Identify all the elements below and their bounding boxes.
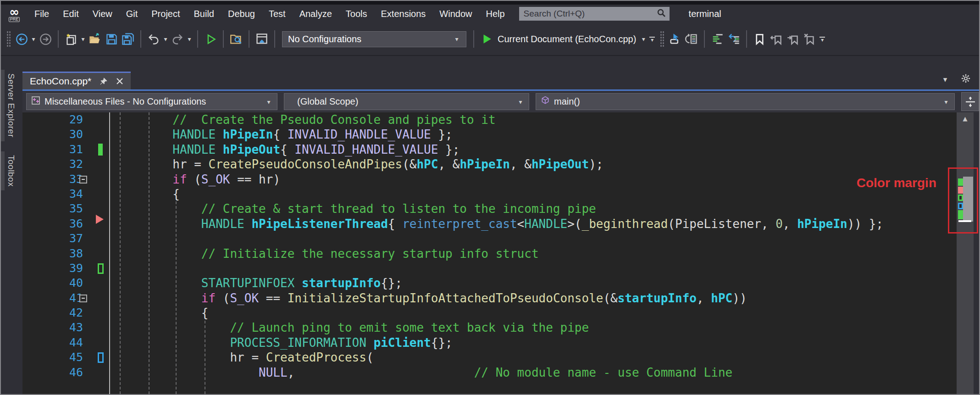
code-line-39[interactable]: 39 (22, 261, 957, 276)
code-line-43[interactable]: 43 // Launch ping to emit some text back… (22, 320, 957, 335)
undo-button[interactable] (145, 31, 162, 47)
vertical-scrollbar[interactable]: ▲ (957, 112, 974, 394)
menu-item-debug[interactable]: Debug (221, 5, 262, 23)
menu-item-help[interactable]: Help (479, 5, 511, 23)
start-debugging-button[interactable] (478, 31, 495, 47)
glyph-margin[interactable] (83, 142, 109, 157)
fold-collapse-box[interactable] (79, 295, 87, 302)
menu-item-test[interactable]: Test (262, 5, 293, 23)
redo-dropdown[interactable]: ▾ (186, 35, 193, 43)
menu-item-git[interactable]: Git (119, 5, 145, 23)
menu-item-project[interactable]: Project (144, 5, 187, 23)
new-item-dropdown[interactable]: ▾ (79, 35, 87, 43)
menu-item-file[interactable]: File (28, 5, 56, 23)
tool-tab-toolbox[interactable]: Toolbox (1, 151, 20, 190)
code-line-42[interactable]: 42 { (22, 306, 957, 320)
code-text: HANDLE hPipeOut{ INVALID_HANDLE_VALUE }; (109, 142, 460, 157)
menu-item-analyze[interactable]: Analyze (293, 5, 339, 23)
menu-item-edit[interactable]: Edit (56, 5, 85, 23)
menu-item-window[interactable]: Window (432, 5, 479, 23)
run-target-label[interactable]: Current Document (EchoCon.cpp) (498, 34, 636, 45)
run-target-dropdown[interactable]: ▾ (640, 35, 647, 43)
glyph-margin[interactable] (83, 246, 109, 261)
pin-icon[interactable] (100, 77, 108, 85)
glyph-margin[interactable] (83, 276, 109, 290)
redo-button[interactable] (169, 31, 186, 47)
glyph-margin[interactable] (83, 350, 109, 365)
glyph-margin[interactable] (83, 187, 109, 201)
code-line-38[interactable]: 38 // Initialize the necessary startup i… (22, 246, 957, 261)
member-dropdown-label: main() (554, 96, 938, 107)
split-editor-button[interactable] (961, 92, 979, 111)
glyph-margin[interactable] (83, 306, 109, 320)
undo-dropdown[interactable]: ▾ (162, 35, 169, 43)
glyph-margin[interactable] (83, 320, 109, 335)
start-without-debugging-button[interactable] (202, 31, 219, 47)
menu-item-tools[interactable]: Tools (339, 5, 374, 23)
navigate-back-button[interactable] (13, 31, 30, 47)
comment-selection-button[interactable] (709, 31, 725, 47)
scope-dropdown[interactable]: (Global Scope) ▾ (284, 93, 529, 110)
code-line-45[interactable]: 45 hr = CreatedProcess( (22, 350, 957, 365)
code-text: NULL, // No module name - use Command Li… (109, 365, 732, 380)
code-line-44[interactable]: 44 PROCESS_INFORMATION piClient{}; (22, 335, 957, 350)
code-line-30[interactable]: 30 HANDLE hPipeIn{ INVALID_HANDLE_VALUE … (22, 127, 957, 142)
member-dropdown[interactable]: main() ▾ (536, 93, 955, 110)
navigate-back-dropdown[interactable]: ▾ (30, 35, 37, 43)
glyph-margin[interactable] (83, 365, 109, 380)
open-file-button[interactable] (87, 31, 103, 47)
terminal-label[interactable]: terminal (689, 9, 721, 19)
tool-tab-server-explorer[interactable]: Server Explorer (1, 70, 20, 141)
code-line-41[interactable]: 41 if (S_OK == InitializeStartupInfoAtta… (22, 291, 957, 306)
fold-collapse-box[interactable] (79, 176, 87, 184)
scrollbar-up-arrow[interactable]: ▲ (957, 115, 974, 122)
member-list-button[interactable] (667, 31, 683, 47)
glyph-margin[interactable] (83, 335, 109, 350)
editor[interactable]: 29 // Create the Pseudo Console and pipe… (22, 112, 974, 394)
code-line-36[interactable]: 36 HANDLE hPipeListenerThread{ reinterpr… (22, 217, 957, 231)
toolbar-grip[interactable] (6, 31, 11, 47)
home-window-button[interactable] (254, 31, 270, 47)
glyph-margin[interactable] (83, 157, 109, 172)
save-button[interactable] (103, 31, 120, 47)
project-dropdown[interactable]: Miscellaneous Files - No Configurations … (26, 93, 277, 110)
close-icon[interactable] (116, 78, 123, 85)
toolbar-grip[interactable] (660, 31, 664, 47)
glyph-margin[interactable] (83, 112, 109, 127)
navigate-forward-button[interactable] (37, 31, 54, 47)
code-line-35[interactable]: 35 // Create & start thread to listen to… (22, 201, 957, 216)
new-item-button[interactable] (63, 31, 79, 47)
search-input[interactable] (523, 8, 657, 19)
menu-item-build[interactable]: Build (187, 5, 221, 23)
search-icon[interactable] (657, 8, 666, 20)
previous-bookmark-button[interactable] (768, 31, 784, 47)
code-line-40[interactable]: 40 STARTUPINFOEX startupInfo{}; (22, 276, 957, 290)
parameter-info-button[interactable] (683, 31, 700, 47)
toolbar-overflow-button[interactable]: ▾ (647, 37, 657, 42)
glyph-margin[interactable] (83, 261, 109, 276)
glyph-margin[interactable] (83, 217, 109, 231)
code-line-31[interactable]: 31 HANDLE hPipeOut{ INVALID_HANDLE_VALUE… (22, 142, 957, 157)
menu-item-extensions[interactable]: Extensions (374, 5, 432, 23)
glyph-margin[interactable] (83, 127, 109, 142)
menu-item-view[interactable]: View (86, 5, 119, 23)
code-line-46[interactable]: 46 NULL, // No module name - use Command… (22, 365, 957, 380)
code-line-29[interactable]: 29 // Create the Pseudo Console and pipe… (22, 112, 957, 127)
toggle-bookmark-button[interactable] (751, 31, 768, 47)
search-box[interactable] (519, 7, 670, 21)
code-line-37[interactable]: 37 (22, 231, 957, 246)
uncomment-selection-button[interactable] (725, 31, 742, 47)
save-all-button[interactable] (120, 31, 136, 47)
code-line-32[interactable]: 32 hr = CreatePseudoConsoleAndPipes(&hPC… (22, 157, 957, 172)
find-in-files-button[interactable] (228, 31, 244, 47)
code-text: PROCESS_INFORMATION piClient{}; (109, 335, 453, 350)
tab-list-chevron-icon[interactable]: ▾ (941, 75, 949, 84)
tab-echocon[interactable]: EchoCon.cpp* (22, 72, 131, 89)
glyph-margin[interactable] (83, 231, 109, 246)
code-area[interactable]: 29 // Create the Pseudo Console and pipe… (22, 112, 957, 394)
clear-bookmarks-button[interactable] (801, 31, 817, 47)
solution-configurations-dropdown[interactable]: No Configurations ▾ (282, 31, 466, 47)
toolbar-overflow-button[interactable]: ▾ (817, 37, 827, 42)
next-bookmark-button[interactable] (784, 31, 801, 47)
gear-icon[interactable] (961, 73, 971, 85)
